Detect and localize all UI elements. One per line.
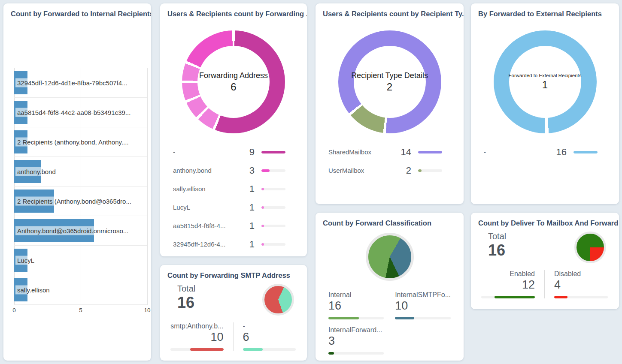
tile-bar bbox=[170, 348, 224, 351]
donut-chart-external-recipients[interactable]: Forwarded to External Recipients 1 bbox=[494, 30, 597, 133]
x-tick-label: 10 bbox=[144, 307, 150, 313]
x-tick-label: 0 bbox=[12, 307, 16, 313]
legend-bar-fill bbox=[261, 225, 264, 227]
legend-row[interactable]: aa5815d4-f6f8-4...1 bbox=[173, 217, 285, 235]
bar-row: sally.ellison bbox=[14, 275, 147, 305]
tile-label: Enabled bbox=[481, 270, 535, 278]
legend-row[interactable]: LucyL1 bbox=[173, 198, 285, 217]
tile-label: InternalForward... bbox=[328, 326, 384, 334]
bar-row: 2 Recipients (Anthony.bond@o365dro... bbox=[14, 186, 147, 216]
legend-bar-fill bbox=[261, 243, 264, 246]
donut-center-value: 2 bbox=[387, 81, 392, 93]
legend-row[interactable]: -16 bbox=[484, 143, 598, 161]
bar-row: aa5815d4-f6f8-44c2-aa08-b53491c39... bbox=[14, 97, 147, 127]
total-label: Total bbox=[488, 232, 506, 241]
card-title: Count by Deliver To Mailbox And Forward bbox=[471, 213, 619, 227]
legend-row[interactable]: 32945dff-12d6-4...1 bbox=[173, 235, 285, 253]
legend-tile[interactable]: Internal16 bbox=[328, 291, 384, 319]
legend-label: SharedMailbox bbox=[328, 148, 398, 156]
legend-row[interactable]: sally.ellison1 bbox=[173, 180, 285, 198]
legend-label: - bbox=[484, 148, 554, 156]
pie-chart-deliver-to-mailbox[interactable] bbox=[574, 232, 606, 263]
bar-row: anthony.bond bbox=[14, 156, 147, 186]
legend-bar bbox=[261, 188, 285, 190]
card-title: Count by Forwarded to Internal Recipient… bbox=[3, 3, 151, 18]
total-value: 16 bbox=[488, 242, 506, 259]
tile-value: 4 bbox=[554, 278, 608, 292]
tile-bar-fill bbox=[190, 348, 223, 351]
card-forwarding-smtp-address: Count by Forwarding SMTP Address Total 1… bbox=[160, 265, 307, 361]
legend-bar-fill bbox=[261, 206, 264, 209]
legend-bar bbox=[573, 151, 598, 153]
legend-bar-fill bbox=[418, 169, 422, 172]
total-block: Total 16 bbox=[177, 284, 195, 311]
legend-tiles: Internal16InternalSMTPFo...10InternalFor… bbox=[316, 291, 464, 355]
legend-tile[interactable]: -6 bbox=[233, 322, 296, 351]
tile-bar bbox=[481, 296, 535, 298]
legend-bar bbox=[261, 225, 285, 227]
legend-bar-fill bbox=[261, 188, 264, 190]
legend-row[interactable]: UserMailbox2 bbox=[328, 161, 442, 180]
tile-bar bbox=[395, 317, 451, 319]
legend-row[interactable]: SharedMailbox14 bbox=[328, 143, 442, 161]
legend: -16 bbox=[471, 143, 619, 161]
donut-center: Forwarded to External Recipients 1 bbox=[509, 46, 581, 118]
legend-tile[interactable]: Enabled12 bbox=[481, 270, 544, 298]
legend-bar-fill bbox=[418, 151, 442, 153]
legend-label: 32945dff-12d6-4... bbox=[173, 241, 242, 248]
legend-bar bbox=[261, 206, 285, 209]
legend: SharedMailbox14UserMailbox2 bbox=[316, 143, 464, 180]
tile-value: 12 bbox=[481, 278, 535, 292]
legend-value: 3 bbox=[242, 165, 255, 176]
tile-value: 16 bbox=[328, 299, 384, 313]
x-tick-label: 5 bbox=[79, 307, 82, 313]
legend-tile[interactable]: InternalSMTPFo...10 bbox=[395, 291, 451, 319]
tile-bar-fill bbox=[554, 296, 567, 298]
legend-label: UserMailbox bbox=[328, 167, 398, 174]
bar-label: LucyL bbox=[15, 256, 36, 265]
legend-bar bbox=[418, 151, 442, 153]
bar-chart: 32945dff-12d6-4d1e-8fba-79bc507f4...aa58… bbox=[14, 68, 147, 305]
tile-value: 10 bbox=[170, 331, 224, 344]
bar-row: LucyL bbox=[14, 245, 147, 275]
legend-row[interactable]: -9 bbox=[173, 143, 285, 161]
tile-label: - bbox=[243, 322, 296, 330]
bar-label: 2 Recipients (anthony.bond, Anthony.... bbox=[15, 138, 130, 147]
legend-tile[interactable]: smtp:Anthony.b...10 bbox=[170, 322, 233, 351]
tile-label: Internal bbox=[328, 291, 384, 299]
donut-chart-recipient-type[interactable]: Recipient Type Details 2 bbox=[338, 30, 441, 133]
card-title: Count by Forwarding SMTP Address bbox=[160, 265, 307, 280]
legend-label: - bbox=[173, 148, 242, 156]
tile-bar-fill bbox=[495, 296, 535, 298]
tile-label: Disabled bbox=[554, 270, 608, 278]
pie-chart-forward-classification[interactable] bbox=[366, 233, 414, 281]
legend-label: sally.ellison bbox=[173, 185, 242, 193]
bar-row: 32945dff-12d6-4d1e-8fba-79bc507f4... bbox=[14, 68, 147, 97]
tile-bar-fill bbox=[395, 317, 414, 319]
legend-bar bbox=[418, 169, 442, 172]
pie-chart-smtp-address[interactable] bbox=[262, 284, 294, 316]
legend-bar bbox=[261, 151, 285, 153]
total-value: 16 bbox=[177, 294, 195, 311]
bar-label: 2 Recipients (Anthony.bond@o365dro... bbox=[15, 197, 133, 206]
donut-center-label: Forwarding Address bbox=[199, 71, 268, 80]
legend-bar-fill bbox=[261, 151, 285, 153]
card-title: Count by Forward Classification bbox=[316, 213, 464, 227]
donut-center: Recipient Type Details 2 bbox=[354, 46, 426, 118]
tile-label: smtp:Anthony.b... bbox=[170, 322, 224, 330]
legend-tile[interactable]: Disabled4 bbox=[544, 270, 608, 298]
legend-value: 1 bbox=[242, 220, 255, 232]
legend-row[interactable]: anthony.bond3 bbox=[173, 161, 285, 180]
card-forwarding-address: Users & Recipients count by Forwarding .… bbox=[160, 3, 307, 256]
gridline bbox=[147, 68, 148, 305]
legend-label: anthony.bond bbox=[173, 167, 242, 174]
legend-value: 2 bbox=[398, 165, 411, 176]
card-title: By Forwarded to External Recipients bbox=[471, 3, 619, 18]
legend-tile[interactable]: InternalForward...3 bbox=[328, 326, 384, 355]
donut-chart-forwarding-address[interactable]: Forwarding Address 6 bbox=[182, 30, 285, 133]
card-recipient-type: Users & Recipients count by Recipient Ty… bbox=[316, 3, 464, 204]
card-forward-classification: Count by Forward Classification Internal… bbox=[316, 213, 464, 361]
legend-bar-fill bbox=[573, 151, 598, 153]
donut-center-value: 1 bbox=[542, 79, 548, 91]
bar-rows: 32945dff-12d6-4d1e-8fba-79bc507f4...aa58… bbox=[14, 68, 147, 305]
